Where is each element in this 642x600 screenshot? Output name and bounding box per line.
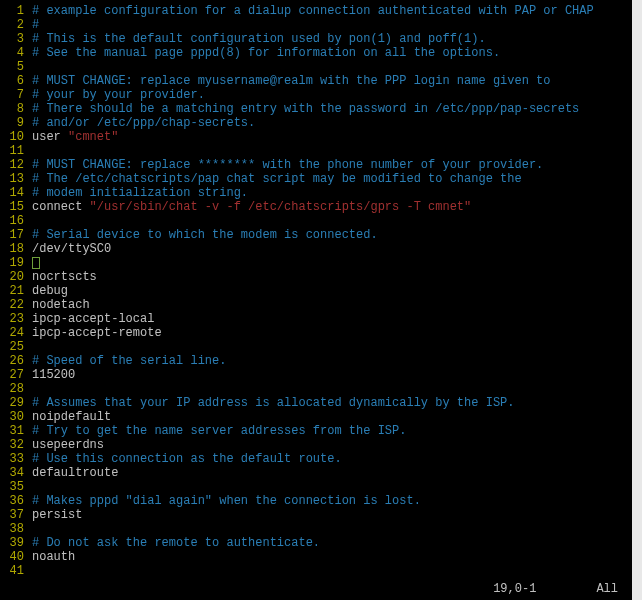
code-line[interactable]: 29# Assumes that your IP address is allo… [2,396,632,410]
line-number: 19 [2,256,24,270]
line-content[interactable]: # MUST CHANGE: replace myusername@realm … [32,74,550,88]
code-line[interactable]: 8# There should be a matching entry with… [2,102,632,116]
code-line[interactable]: 23ipcp-accept-local [2,312,632,326]
code-line[interactable]: 32usepeerdns [2,438,632,452]
line-content[interactable]: # [32,18,39,32]
line-content[interactable]: # Speed of the serial line. [32,354,226,368]
code-line[interactable]: 6# MUST CHANGE: replace myusername@realm… [2,74,632,88]
token-keyword: usepeerdns [32,438,104,452]
code-line[interactable]: 31# Try to get the name server addresses… [2,424,632,438]
line-content[interactable]: # modem initialization string. [32,186,248,200]
code-line[interactable]: 7# your by your provider. [2,88,632,102]
token-comment: # Do not ask the remote to authenticate. [32,536,320,550]
code-line[interactable]: 5 [2,60,632,74]
line-number: 4 [2,46,24,60]
code-line[interactable]: 3# This is the default configuration use… [2,32,632,46]
line-content[interactable]: user "cmnet" [32,130,118,144]
line-content[interactable]: # The /etc/chatscripts/pap chat script m… [32,172,522,186]
line-content[interactable]: defaultroute [32,466,118,480]
editor-viewport[interactable]: 1# example configuration for a dialup co… [0,0,632,578]
line-content[interactable]: nodetach [32,298,90,312]
line-number: 25 [2,340,24,354]
line-content[interactable]: # your by your provider. [32,88,205,102]
line-content[interactable]: usepeerdns [32,438,104,452]
line-content[interactable] [32,256,40,270]
code-line[interactable]: 2# [2,18,632,32]
line-number: 22 [2,298,24,312]
line-content[interactable]: # Do not ask the remote to authenticate. [32,536,320,550]
token-keyword: persist [32,508,82,522]
line-content[interactable]: ipcp-accept-local [32,312,154,326]
code-line[interactable]: 12# MUST CHANGE: replace ******** with t… [2,158,632,172]
code-line[interactable]: 19 [2,256,632,270]
line-content[interactable]: # This is the default configuration used… [32,32,486,46]
line-content[interactable]: # There should be a matching entry with … [32,102,579,116]
code-line[interactable]: 14# modem initialization string. [2,186,632,200]
code-line[interactable]: 40noauth [2,550,632,564]
line-content[interactable]: # Use this connection as the default rou… [32,452,342,466]
token-comment: # The /etc/chatscripts/pap chat script m… [32,172,522,186]
code-line[interactable]: 10user "cmnet" [2,130,632,144]
line-number: 23 [2,312,24,326]
code-line[interactable]: 34defaultroute [2,466,632,480]
line-content[interactable]: debug [32,284,68,298]
code-line[interactable]: 30noipdefault [2,410,632,424]
line-content[interactable]: ipcp-accept-remote [32,326,162,340]
code-line[interactable]: 27115200 [2,368,632,382]
token-comment: # MUST CHANGE: replace myusername@realm … [32,74,550,88]
code-line[interactable]: 4# See the manual page pppd(8) for infor… [2,46,632,60]
code-line[interactable]: 20nocrtscts [2,270,632,284]
line-content[interactable]: noipdefault [32,410,111,424]
code-line[interactable]: 18/dev/ttySC0 [2,242,632,256]
line-content[interactable]: /dev/ttySC0 [32,242,111,256]
code-line[interactable]: 21debug [2,284,632,298]
token-comment: # [32,18,39,32]
code-line[interactable]: 25 [2,340,632,354]
code-line[interactable]: 9# and/or /etc/ppp/chap-secrets. [2,116,632,130]
code-line[interactable]: 24ipcp-accept-remote [2,326,632,340]
code-line[interactable]: 38 [2,522,632,536]
code-line[interactable]: 17# Serial device to which the modem is … [2,228,632,242]
line-content[interactable]: # MUST CHANGE: replace ******** with the… [32,158,543,172]
code-line[interactable]: 37persist [2,508,632,522]
line-content[interactable]: # example configuration for a dialup con… [32,4,594,18]
line-content[interactable]: # and/or /etc/ppp/chap-secrets. [32,116,255,130]
line-content[interactable]: # Try to get the name server addresses f… [32,424,406,438]
code-line[interactable]: 13# The /etc/chatscripts/pap chat script… [2,172,632,186]
code-line[interactable]: 16 [2,214,632,228]
line-number: 16 [2,214,24,228]
line-content[interactable]: persist [32,508,82,522]
code-line[interactable]: 26# Speed of the serial line. [2,354,632,368]
line-content[interactable]: nocrtscts [32,270,97,284]
code-line[interactable]: 22nodetach [2,298,632,312]
line-content[interactable]: 115200 [32,368,75,382]
line-number: 21 [2,284,24,298]
status-bar: 19,0-1 All [493,582,618,596]
line-number: 28 [2,382,24,396]
code-line[interactable]: 28 [2,382,632,396]
token-string: "cmnet" [68,130,118,144]
code-line[interactable]: 33# Use this connection as the default r… [2,452,632,466]
code-line[interactable]: 15connect "/usr/sbin/chat -v -f /etc/cha… [2,200,632,214]
line-number: 36 [2,494,24,508]
line-content[interactable]: connect "/usr/sbin/chat -v -f /etc/chats… [32,200,471,214]
code-line[interactable]: 1# example configuration for a dialup co… [2,4,632,18]
code-line[interactable]: 39# Do not ask the remote to authenticat… [2,536,632,550]
cursor-position: 19,0-1 [493,582,536,596]
line-number: 35 [2,480,24,494]
line-number: 38 [2,522,24,536]
line-content[interactable]: # See the manual page pppd(8) for inform… [32,46,500,60]
line-number: 11 [2,144,24,158]
token-comment: # See the manual page pppd(8) for inform… [32,46,500,60]
code-line[interactable]: 36# Makes pppd "dial again" when the con… [2,494,632,508]
line-number: 14 [2,186,24,200]
line-content[interactable]: # Assumes that your IP address is alloca… [32,396,514,410]
line-content[interactable]: # Serial device to which the modem is co… [32,228,378,242]
token-comment: # Speed of the serial line. [32,354,226,368]
code-line[interactable]: 11 [2,144,632,158]
code-line[interactable]: 41 [2,564,632,578]
line-content[interactable]: # Makes pppd "dial again" when the conne… [32,494,421,508]
code-line[interactable]: 35 [2,480,632,494]
line-content[interactable]: noauth [32,550,75,564]
line-number: 32 [2,438,24,452]
